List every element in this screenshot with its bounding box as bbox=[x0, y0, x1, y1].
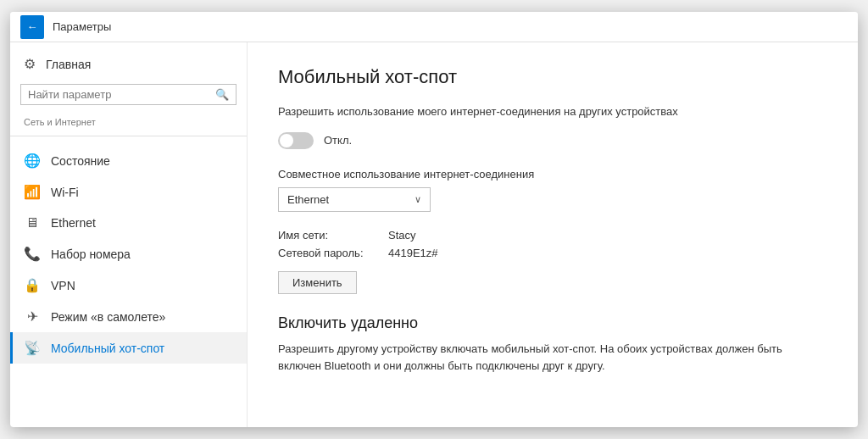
wifi-icon: 📶 bbox=[24, 184, 41, 200]
network-info: Имя сети: Stacy Сетевой пароль: 4419E1z# bbox=[278, 229, 827, 259]
window-title: Параметры bbox=[53, 20, 111, 33]
dialup-icon: 📞 bbox=[24, 246, 41, 262]
content-area: ⚙ Главная 🔍 Сеть и Интернет 🌐 Состояние … bbox=[10, 42, 858, 427]
network-name-key: Имя сети: bbox=[278, 229, 388, 242]
sidebar-item-label-wifi: Wi-Fi bbox=[51, 186, 79, 199]
change-button[interactable]: Изменить bbox=[278, 271, 357, 294]
sidebar-item-label-dialup: Набор номера bbox=[51, 247, 131, 261]
remote-description: Разрешить другому устройству включать мо… bbox=[278, 341, 827, 376]
sharing-section-title: Совместное использование интернет-соедин… bbox=[278, 168, 827, 181]
home-label: Главная bbox=[46, 58, 91, 71]
page-title: Мобильный хот-спот bbox=[278, 66, 827, 88]
back-button[interactable]: ← bbox=[20, 15, 44, 39]
sidebar-item-status[interactable]: 🌐 Состояние bbox=[10, 145, 247, 176]
status-icon: 🌐 bbox=[24, 153, 41, 169]
search-input[interactable] bbox=[28, 88, 210, 101]
sidebar-item-vpn[interactable]: 🔒 VPN bbox=[10, 270, 247, 301]
hotspot-description: Разрешить использование моего интернет-с… bbox=[278, 103, 827, 120]
ethernet-icon: 🖥 bbox=[24, 215, 41, 231]
sidebar-item-label-airplane: Режим «в самолете» bbox=[51, 310, 165, 324]
settings-window: ← Параметры ⚙ Главная 🔍 Сеть и Интернет … bbox=[10, 12, 858, 427]
remote-section-title: Включить удаленно bbox=[278, 314, 827, 332]
main-content: Мобильный хот-спот Разрешить использован… bbox=[248, 42, 858, 427]
hotspot-icon: 📡 bbox=[24, 340, 41, 356]
connection-dropdown[interactable]: Ethernet ∨ bbox=[278, 187, 431, 212]
sidebar-item-label-hotspot: Мобильный хот-спот bbox=[51, 342, 164, 355]
sidebar-item-wifi[interactable]: 📶 Wi-Fi bbox=[10, 176, 247, 208]
sidebar-section-label: Сеть и Интернет bbox=[10, 114, 247, 132]
toggle-knob bbox=[280, 134, 293, 147]
sidebar-item-dialup[interactable]: 📞 Набор номера bbox=[10, 238, 247, 270]
network-password-value: 4419E1z# bbox=[388, 247, 827, 259]
sidebar-divider bbox=[10, 136, 247, 136]
toggle-row: Откл. bbox=[278, 132, 827, 149]
hotspot-toggle[interactable] bbox=[278, 132, 314, 149]
sidebar-item-airplane[interactable]: ✈ Режим «в самолете» bbox=[10, 301, 247, 332]
network-name-value: Stacy bbox=[388, 229, 827, 242]
chevron-down-icon: ∨ bbox=[415, 194, 421, 205]
vpn-icon: 🔒 bbox=[24, 277, 41, 293]
sidebar-item-label-status: Состояние bbox=[51, 154, 110, 168]
titlebar: ← Параметры bbox=[10, 12, 858, 42]
sidebar-item-label-ethernet: Ethernet bbox=[51, 216, 96, 230]
sidebar-item-home[interactable]: ⚙ Главная bbox=[10, 49, 247, 79]
sidebar: ⚙ Главная 🔍 Сеть и Интернет 🌐 Состояние … bbox=[10, 42, 248, 427]
sidebar-item-ethernet[interactable]: 🖥 Ethernet bbox=[10, 208, 247, 238]
toggle-label: Откл. bbox=[324, 134, 352, 147]
network-password-key: Сетевой пароль: bbox=[278, 247, 388, 259]
search-icon: 🔍 bbox=[215, 88, 229, 101]
dropdown-value: Ethernet bbox=[287, 193, 329, 206]
search-box: 🔍 bbox=[20, 84, 236, 105]
sidebar-item-label-vpn: VPN bbox=[51, 279, 75, 292]
airplane-icon: ✈ bbox=[24, 308, 41, 325]
home-icon: ⚙ bbox=[24, 56, 36, 72]
sidebar-item-hotspot[interactable]: 📡 Мобильный хот-спот bbox=[10, 332, 247, 364]
